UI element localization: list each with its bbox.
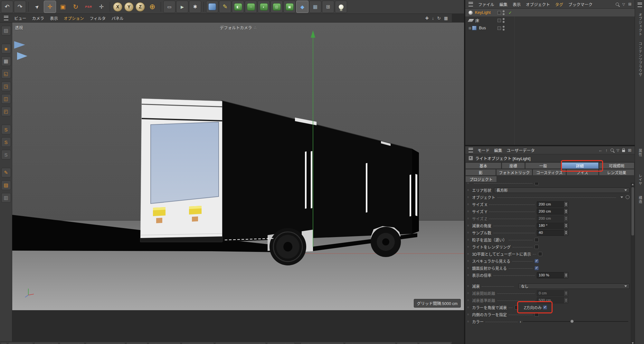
object-picker-icon[interactable] [626,195,630,199]
inner-color-checkbox[interactable] [535,312,539,317]
show-in-reflection-checkbox[interactable] [535,266,539,270]
coordinate-system-button[interactable]: ⊕ [146,1,158,13]
filter-icon[interactable]: ▽ [622,2,625,6]
keyframe-dot-icon[interactable] [467,299,472,302]
mirror-selection-button[interactable]: ミラー選択... [267,342,295,344]
om-menu-bookmark[interactable]: ブックマーク [568,1,592,7]
scroll-up-icon[interactable] [632,184,634,185]
points-mode-icon[interactable]: ◱ [1,69,11,79]
keyframe-dot-icon[interactable] [467,266,472,270]
hatch-mode-icon[interactable]: ▨ [1,180,11,190]
move-tool[interactable]: ✛ [44,1,56,13]
viewport-menu-camera[interactable]: カメラ [32,15,44,21]
field-value[interactable]: 200 cm [537,202,564,207]
keyframe-dot-icon[interactable] [467,313,472,316]
shrink-selection-button[interactable]: 選択範囲を縮小 [182,342,214,344]
tab-general[interactable]: 一般 [525,162,561,169]
color-brightness-slider[interactable] [523,321,628,322]
grow-selection-button[interactable]: 選択範囲を拡大 [148,342,181,344]
tab-lens-effects[interactable]: レンズ効果 [599,169,635,176]
om-menu-file[interactable]: ファイル [478,1,494,7]
keyframe-dot-icon[interactable] [467,284,472,288]
keyframe-dot-icon[interactable] [467,196,472,199]
keyframe-dot-icon[interactable] [467,291,472,295]
keyframe-dot-icon[interactable] [467,252,472,255]
undo-button[interactable]: ↶ [1,1,13,13]
attribute-manager-menu-icon[interactable] [469,148,473,152]
live-selection-tool[interactable]: ➤ [28,0,46,15]
link-dropdown-icon[interactable] [620,196,623,198]
scale-tool[interactable]: ▣ [57,1,69,13]
keyframe-dot-icon[interactable] [467,183,472,185]
am-menu-mode[interactable]: モード [478,147,490,153]
attribute-scroll-area[interactable]: エリア形状 長方形 オブジェクト サイズ X 200 cm [465,183,635,344]
object-row-bus[interactable]: ⊞ Bus [465,24,635,32]
keyframe-dot-icon[interactable] [467,210,472,213]
colored-edge-falloff-checkbox[interactable] [515,305,519,310]
selection-grid-icon[interactable]: ▦ [1,342,7,344]
spline-mode-icon-3[interactable]: S [1,150,11,159]
falloff-dropdown[interactable]: なし [518,283,630,289]
om-menu-edit[interactable]: 編集 [499,1,507,7]
spinner-arrows[interactable] [564,223,568,228]
keyframe-dot-icon[interactable] [467,306,472,309]
show-as-plane-checkbox[interactable] [538,252,542,256]
keyframe-dot-icon[interactable] [467,273,472,277]
filter-icon[interactable]: ▽ [617,148,619,152]
keyframe-dot-icon[interactable] [467,203,472,206]
new-panel-icon[interactable]: ⊞ [628,148,631,153]
tab-visible-light[interactable]: 可視照明 [599,162,635,169]
keyframe-dot-icon[interactable] [467,245,472,248]
area-shape-dropdown[interactable]: 長方形 [494,187,630,193]
rotate-tool[interactable]: ↻ [70,1,82,13]
model-mode-icon[interactable]: ■ [1,44,11,53]
visibility-dots[interactable] [503,18,505,23]
spline-pen-menu-button[interactable]: ✎ [219,1,231,13]
spinner-arrows[interactable] [564,230,568,235]
spline-mode-icon-2[interactable]: S [1,137,11,147]
object-manager-list[interactable]: KeyLight ✓ 床 ⊞ Bus [465,9,635,146]
lock-z-axis-button[interactable]: Z [136,2,145,12]
size-y-field[interactable]: 200 cm [537,208,568,215]
om-menu-tag[interactable]: タグ [555,1,563,7]
show-in-specular-checkbox[interactable] [535,259,539,263]
tab-noise[interactable]: ノイズ [566,169,598,176]
scrollbar-thumb[interactable] [631,187,634,235]
symmetry-generator-button[interactable]: ◫ [270,1,283,13]
live-selection-button[interactable]: ライブ選択 [8,342,33,344]
attribute-scrollbar[interactable] [631,183,635,344]
search-icon[interactable] [611,148,614,152]
array-generator-button[interactable]: ∷ [245,1,257,13]
instance-generator-button[interactable]: ▣ [283,1,296,13]
slider-knob[interactable] [570,320,574,323]
dock-tab-structure[interactable]: 構造 [638,196,643,204]
field-value[interactable]: 200 cm [537,209,564,214]
toggle-views-icon[interactable]: ▦ [444,16,448,21]
camera-label[interactable]: デフォルトカメラ∴ [220,24,257,31]
tab-caustics[interactable]: コースティクス [533,169,566,176]
am-menu-edit[interactable]: 編集 [494,147,502,153]
keyframe-dot-icon[interactable] [467,231,472,234]
sculpt-brush-icon[interactable]: ✎ [1,168,11,177]
dolly-view-icon[interactable]: ↓ [432,16,434,21]
deformer-menu-button[interactable]: ◆ [296,1,308,13]
object-axis-mode-icon[interactable]: ◰ [1,107,11,116]
om-menu-view[interactable]: 表示 [513,1,521,7]
am-menu-userdata[interactable]: ユーザーデータ [507,147,535,153]
loop-selection-button[interactable]: ループ選択 [34,342,59,344]
layer-toggle[interactable] [497,11,501,14]
render-view-button[interactable]: ▭ [163,1,175,13]
spinner-arrows[interactable] [564,209,568,214]
ring-selection-button[interactable]: リング選択 [60,342,85,344]
expand-color-icon[interactable]: › [520,319,521,324]
invert-all-button[interactable]: 全て反転 [126,342,147,344]
boole-generator-button[interactable]: ◐ [258,1,270,13]
search-icon[interactable] [616,3,619,6]
object-row-keylight[interactable]: KeyLight ✓ [465,9,635,16]
keyframe-dot-icon[interactable] [467,238,472,241]
viewport-menu-options[interactable]: オプション [64,15,84,21]
viewport-menu-icon[interactable] [4,16,8,20]
lock-icon[interactable] [622,150,625,152]
object-name[interactable]: KeyLight [475,10,491,15]
projection-label[interactable]: 透視 [15,24,23,31]
